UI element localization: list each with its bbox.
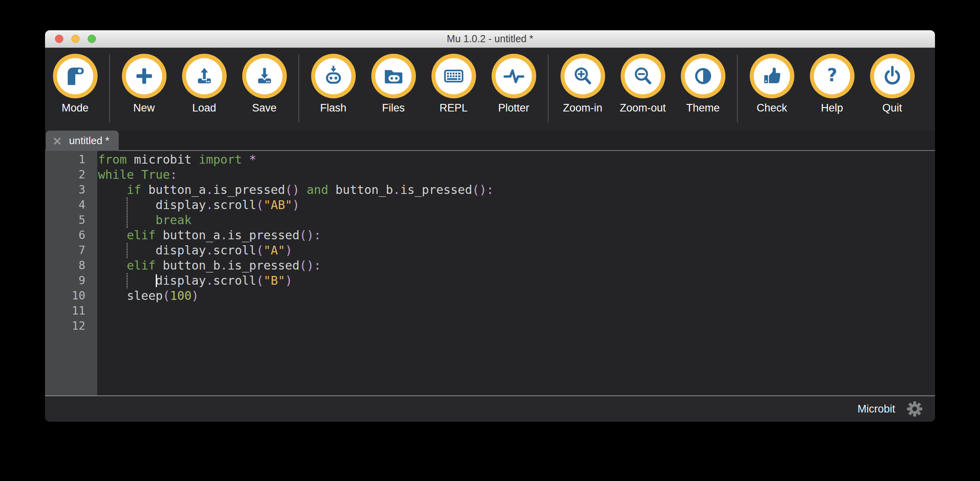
- code-token: *: [249, 153, 256, 166]
- title-bar: Mu 1.0.2 - untitled *: [45, 30, 935, 48]
- button-ring: [311, 54, 356, 98]
- line-number: 3: [45, 182, 97, 197]
- help-icon: ?: [821, 65, 843, 87]
- tab-untitled[interactable]: × untitled *: [46, 131, 119, 151]
- status-mode-label: Microbit: [857, 403, 895, 415]
- code-token: from: [98, 153, 127, 166]
- code-token: sleep: [98, 289, 163, 303]
- toolbar-button-plotter[interactable]: Plotter: [484, 54, 544, 114]
- code-token: break: [156, 213, 192, 227]
- toolbar-button-mode[interactable]: Mode: [45, 54, 105, 114]
- toolbar-button-label: Help: [821, 102, 843, 114]
- toolbar-button-label: Theme: [686, 102, 719, 114]
- button-ring: [621, 54, 665, 98]
- toolbar-button-label: Flash: [320, 102, 346, 114]
- code-editor: 123456789101112 from microbit import *wh…: [45, 151, 935, 395]
- button-disc: [375, 58, 412, 94]
- save-icon: [254, 65, 275, 87]
- code-token: (: [256, 243, 263, 257]
- quit-icon: [881, 65, 904, 87]
- code-line: while True:: [98, 167, 935, 182]
- code-token: scroll: [213, 198, 256, 212]
- toolbar-button-label: Load: [192, 102, 216, 114]
- button-disc: [57, 58, 93, 94]
- button-ring: [681, 54, 725, 98]
- toolbar-button-zoom-in[interactable]: Zoom-in: [553, 54, 613, 114]
- toolbar-button-load[interactable]: Load: [174, 54, 234, 114]
- code-token: (: [256, 274, 263, 287]
- close-window-button[interactable]: [55, 35, 63, 43]
- toolbar-button-new[interactable]: New: [114, 54, 174, 114]
- code-token: button_a: [156, 228, 221, 242]
- button-disc: [564, 58, 601, 94]
- toolbar-button-label: Files: [382, 102, 405, 114]
- toolbar-button-check[interactable]: Check: [742, 54, 802, 114]
- toolbar-button-label: Zoom-out: [620, 102, 666, 114]
- tab-label: untitled *: [69, 135, 109, 147]
- toolbar-button-theme[interactable]: Theme: [673, 54, 733, 114]
- zoom-out-icon: [632, 65, 654, 87]
- code-token: ): [292, 198, 300, 212]
- text-cursor: [156, 274, 157, 287]
- button-disc: [625, 58, 661, 94]
- code-token: scroll: [213, 243, 256, 257]
- gear-icon: [906, 400, 924, 418]
- code-token: .: [393, 183, 400, 197]
- button-ring: [750, 54, 794, 98]
- button-ring: [53, 54, 98, 98]
- tab-close-icon[interactable]: ×: [52, 135, 62, 147]
- toolbar-button-quit[interactable]: Quit: [862, 54, 922, 114]
- code-area[interactable]: from microbit import *while True: if but…: [97, 151, 935, 395]
- code-token: .: [206, 183, 213, 197]
- toolbar-button-label: Check: [757, 102, 787, 114]
- button-disc: [435, 58, 472, 94]
- minimize-window-button[interactable]: [71, 35, 80, 43]
- code-token: scroll: [213, 274, 256, 287]
- code-token: [98, 258, 127, 272]
- zoom-window-button[interactable]: [88, 35, 96, 43]
- check-icon: [761, 65, 783, 87]
- tab-bar: × untitled *: [45, 131, 935, 151]
- mode-icon: [64, 65, 86, 87]
- code-token: if: [127, 183, 141, 197]
- indent-guide: [127, 273, 127, 288]
- button-ring: [122, 54, 167, 98]
- button-ring: [242, 54, 287, 98]
- toolbar-button-repl[interactable]: REPL: [423, 54, 484, 114]
- new-icon: [133, 65, 155, 87]
- button-ring: [371, 54, 416, 98]
- toolbar-button-zoom-out[interactable]: Zoom-out: [613, 54, 673, 114]
- code-token: import: [199, 153, 242, 166]
- settings-gear-button[interactable]: [906, 400, 924, 418]
- code-token: .: [206, 243, 213, 257]
- line-number: 9: [45, 273, 97, 288]
- line-number: 10: [45, 288, 97, 303]
- status-bar: Microbit: [45, 395, 935, 422]
- toolbar-button-help[interactable]: ?Help: [802, 54, 862, 114]
- toolbar-separator: [737, 55, 738, 122]
- toolbar-button-flash[interactable]: Flash: [303, 54, 363, 114]
- code-line: [98, 319, 935, 334]
- code-token: [134, 168, 141, 182]
- code-line: elif button_a.is_pressed():: [98, 228, 935, 243]
- code-token: is_pressed: [227, 258, 300, 272]
- line-number: 8: [45, 258, 97, 273]
- code-token: display: [98, 243, 206, 257]
- code-line: break: [98, 213, 935, 228]
- toolbar-button-label: Quit: [882, 102, 902, 114]
- button-ring: [870, 54, 915, 98]
- toolbar-button-save[interactable]: Save: [234, 54, 294, 114]
- flash-icon: [322, 65, 345, 87]
- code-token: ): [192, 289, 199, 303]
- button-ring: [182, 54, 227, 98]
- repl-icon: [442, 65, 465, 88]
- line-number: 1: [45, 152, 97, 167]
- button-disc: [126, 58, 162, 94]
- code-line: display.scroll("A"): [98, 243, 935, 258]
- line-number: 5: [45, 213, 97, 228]
- theme-icon: [692, 65, 714, 87]
- line-number: 7: [45, 243, 97, 258]
- line-number: 12: [45, 319, 97, 334]
- toolbar-button-files[interactable]: Files: [363, 54, 423, 114]
- toolbar-button-label: Mode: [62, 102, 89, 114]
